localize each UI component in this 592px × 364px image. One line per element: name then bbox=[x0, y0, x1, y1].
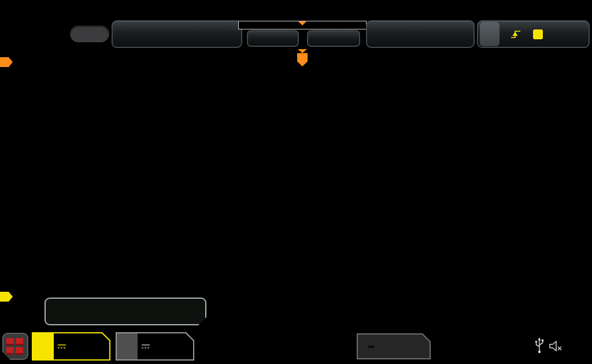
horizontal-panel[interactable] bbox=[112, 20, 242, 48]
usb-icon bbox=[535, 337, 544, 354]
graticule bbox=[13, 52, 591, 326]
titlebar bbox=[3, 2, 20, 14]
waveform-display[interactable] bbox=[13, 52, 591, 326]
trigger-panel[interactable] bbox=[477, 20, 590, 48]
delay-panel[interactable] bbox=[366, 20, 475, 48]
trigger-position-arrow-icon[interactable] bbox=[298, 49, 307, 53]
measurement-panel[interactable] bbox=[45, 298, 206, 325]
channel1-ground-marker[interactable] bbox=[0, 292, 13, 302]
trigger-label bbox=[480, 22, 500, 46]
measurement-falltime bbox=[117, 311, 161, 313]
run-state-badge[interactable] bbox=[70, 25, 109, 42]
measure-button[interactable] bbox=[247, 30, 299, 47]
menu-grid-button[interactable] bbox=[2, 333, 28, 360]
logic-analyzer-badge[interactable] bbox=[357, 333, 431, 359]
stop-run-button[interactable] bbox=[307, 30, 360, 47]
oscilloscope-screen bbox=[0, 0, 592, 364]
speaker-muted-icon[interactable] bbox=[548, 340, 564, 352]
dc-coupling-icon bbox=[57, 344, 66, 349]
memory-position-marker[interactable] bbox=[298, 21, 306, 25]
dc-coupling-icon bbox=[141, 344, 150, 349]
channel2-number bbox=[117, 333, 138, 359]
digital-channels bbox=[368, 346, 375, 348]
measurement-risetime bbox=[73, 311, 117, 313]
rising-edge-icon bbox=[510, 29, 521, 39]
trigger-source-badge bbox=[533, 29, 543, 39]
channel1-number bbox=[33, 333, 54, 359]
channel1-badge[interactable] bbox=[32, 332, 110, 361]
measurement-freq bbox=[161, 311, 205, 313]
grid-icon bbox=[6, 337, 25, 356]
channel2-badge[interactable] bbox=[116, 332, 194, 361]
trigger-level-marker[interactable] bbox=[0, 57, 13, 67]
